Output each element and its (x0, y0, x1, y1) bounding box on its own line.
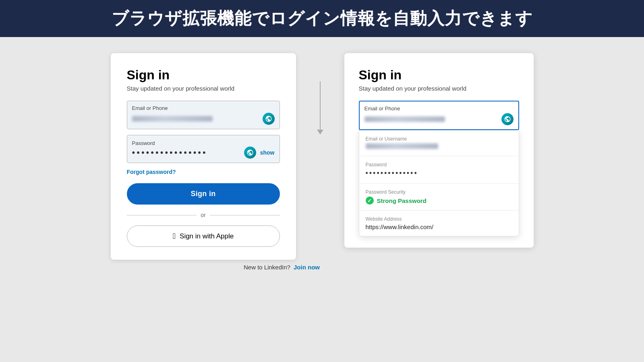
right-area: Sign in Stay updated on your professiona… (344, 49, 534, 248)
right-email-blurred-value (364, 116, 445, 122)
pm-password-row[interactable]: Password •••••••••••••• (359, 156, 519, 184)
arrow-down-icon (317, 130, 323, 134)
main-area: Sign in Stay updated on your professiona… (0, 37, 644, 268)
pm-password-value: •••••••••••••• (366, 169, 512, 178)
vertical-connector (320, 81, 321, 130)
password-manager-dropdown: Email or Username Password •••••••••••••… (359, 130, 519, 236)
pm-email-blurred (366, 143, 438, 149)
password-label: Password (132, 140, 155, 146)
right-email-field-wrapper: Email or Phone (359, 101, 519, 130)
password-dots: •••••••••••••••• (132, 147, 244, 158)
vpn-icon-password (244, 147, 256, 159)
right-input-row (364, 113, 514, 125)
right-email-label: Email or Phone (364, 105, 514, 112)
strong-check-icon: ✓ (366, 197, 374, 205)
right-card-subtitle: Stay updated on your professional world (359, 85, 519, 92)
pm-password-label: Password (366, 162, 512, 168)
apple-signin-label: Sign in with Apple (180, 232, 234, 240)
pm-email-row[interactable]: Email or Username (359, 130, 519, 156)
banner-text: ブラウザ拡張機能でログイン情報を自動入力できます (112, 9, 533, 28)
pm-website-row: Website Address https://www.linkedin.com… (359, 211, 519, 236)
signin-button[interactable]: Sign in (127, 183, 280, 205)
apple-signin-button[interactable]:  Sign in with Apple (127, 225, 280, 247)
email-blurred-value (132, 116, 213, 122)
email-value-row (132, 113, 275, 125)
left-card-title: Sign in (127, 68, 280, 83)
strong-password-label: Strong Password (377, 197, 427, 204)
banner: ブラウザ拡張機能でログイン情報を自動入力できます (0, 0, 644, 37)
email-label: Email or Phone (132, 105, 275, 111)
or-text: or (201, 212, 205, 218)
pm-email-label: Email or Username (366, 136, 512, 142)
pm-website-label: Website Address (366, 216, 512, 222)
vpn-icon (263, 113, 275, 125)
right-card-title: Sign in (359, 68, 519, 83)
password-actions: show (244, 147, 275, 159)
left-card-subtitle: Stay updated on your professional world (127, 85, 280, 92)
pm-security-row: Password Security ✓ Strong Password (359, 184, 519, 211)
show-password-button[interactable]: show (260, 149, 275, 156)
pm-website-value: https://www.linkedin.com/ (366, 223, 512, 230)
email-field-wrapper: Email or Phone (127, 101, 280, 129)
email-input-group: Email or Phone (127, 101, 280, 129)
check-mark: ✓ (367, 198, 372, 204)
left-signin-card: Sign in Stay updated on your professiona… (111, 53, 296, 260)
password-row: •••••••••••••••• show (132, 147, 275, 159)
pm-email-value (366, 143, 512, 150)
password-field-wrapper: Password •••••••••••••••• show (127, 135, 280, 163)
or-line-right (210, 215, 280, 215)
or-divider: or (127, 212, 280, 218)
or-line-left (127, 215, 197, 215)
strong-password-row: ✓ Strong Password (366, 197, 512, 205)
pm-password-dots: •••••••••••••• (366, 169, 418, 177)
forgot-password-link[interactable]: Forgot password? (127, 169, 280, 175)
apple-icon:  (173, 232, 176, 241)
pm-security-label: Password Security (366, 189, 512, 195)
right-signin-card: Sign in Stay updated on your professiona… (344, 53, 534, 248)
right-vpn-icon (501, 113, 514, 125)
